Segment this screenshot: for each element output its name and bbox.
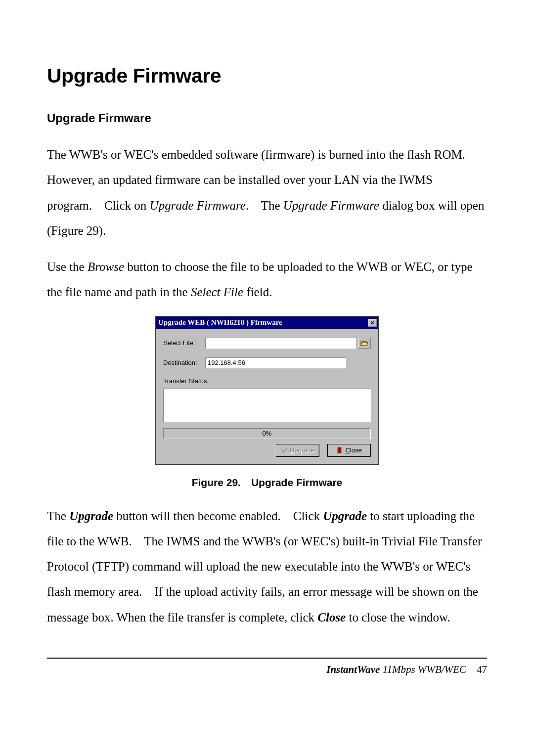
button-label: Close xyxy=(345,446,361,454)
destination-label: Destination: xyxy=(163,359,205,366)
check-icon xyxy=(281,447,288,453)
footer-divider xyxy=(47,658,487,659)
body-paragraph-2: Use the Browse button to choose the file… xyxy=(47,254,487,305)
select-file-label: Select File : xyxy=(163,339,205,347)
transfer-status-label: Transfer Status: xyxy=(163,377,371,385)
bold-italic-term: Close xyxy=(317,611,346,624)
text: to close the window. xyxy=(346,611,450,624)
bold-italic-term: Upgrade xyxy=(69,509,113,523)
text: to start uploading the file to the WWB. … xyxy=(47,509,482,624)
destination-input[interactable] xyxy=(205,357,346,368)
upgrade-button[interactable]: Upgrade xyxy=(276,444,319,457)
body-paragraph-3: The Upgrade button will then become enab… xyxy=(47,503,487,630)
select-file-input[interactable] xyxy=(205,338,356,349)
transfer-status-box xyxy=(163,389,371,422)
page-title: Upgrade Firmware xyxy=(47,64,487,88)
page-number: 47 xyxy=(477,664,487,675)
button-label: Upgrade xyxy=(290,446,314,454)
footer-product: InstantWave xyxy=(326,664,380,675)
bold-italic-term: Upgrade xyxy=(323,509,367,523)
browse-button[interactable] xyxy=(358,338,371,349)
italic-term: Browse xyxy=(88,260,124,273)
door-exit-icon xyxy=(336,447,343,454)
progress-bar: 0% xyxy=(163,428,371,439)
italic-term: Upgrade Firmware xyxy=(150,199,246,212)
italic-term: Upgrade Firmware xyxy=(283,199,379,212)
page-footer: InstantWave 11Mbps WWB/WEC 47 xyxy=(47,664,487,676)
folder-open-icon xyxy=(360,340,368,346)
svg-rect-3 xyxy=(337,453,343,454)
close-icon[interactable]: × xyxy=(368,319,377,327)
footer-model: 11Mbps WWB/WEC xyxy=(380,664,477,675)
svg-marker-1 xyxy=(361,343,368,346)
text: . The xyxy=(246,199,283,212)
dialog-titlebar: Upgrade WEB ( NWH6210 ) Firmware × xyxy=(156,317,378,329)
italic-term: Select File xyxy=(191,285,243,299)
text: button will then become enabled. Click xyxy=(113,509,323,523)
text: The xyxy=(47,509,69,523)
svg-rect-2 xyxy=(338,447,341,453)
dialog-title: Upgrade WEB ( NWH6210 ) Firmware xyxy=(158,318,282,327)
section-title: Upgrade Firmware xyxy=(47,111,487,125)
close-button[interactable]: Close xyxy=(327,444,371,457)
figure-caption: Figure 29. Upgrade Firmware xyxy=(47,477,487,489)
text: field. xyxy=(243,285,272,299)
text: Use the xyxy=(47,260,88,273)
body-paragraph-1: The WWB's or WEC's embedded software (fi… xyxy=(47,142,487,243)
progress-text: 0% xyxy=(263,430,272,437)
upgrade-firmware-dialog: Upgrade WEB ( NWH6210 ) Firmware × Selec… xyxy=(155,316,379,465)
